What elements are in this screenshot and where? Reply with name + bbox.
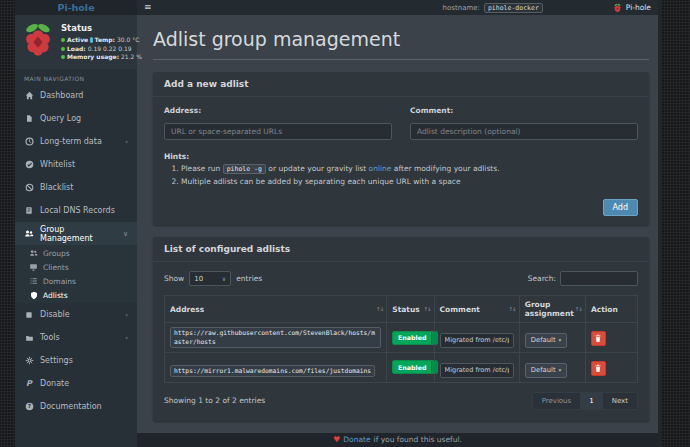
status-panel: Status Active Temp: 30.0 °C Load: 0.19 0… [15,15,137,69]
sidebar-item-label: Group Management [40,225,117,243]
paypal-icon: P [24,379,34,388]
group-assignment-dropdown[interactable]: Default ▾ [525,363,568,378]
column-label: Comment [440,305,480,314]
sidebar-item-label: Query Log [40,114,81,123]
main-content: Adlist group management Add a new adlist… [137,15,658,447]
table-toolbar: Show 10 ∨ entries Search: [164,271,638,286]
column-header-status[interactable]: Status↑↓ [387,296,434,323]
brand-logo-text[interactable]: Pi-hole [15,0,137,15]
column-header-comment[interactable]: Comment↑↓ [434,296,519,323]
top-navbar: Pi-hole ≡ hostname: pihole-docker [15,0,658,15]
chevron-left-icon: ‹ [125,334,128,342]
add-adlist-panel-title: Add a new adlist [153,72,649,97]
entries-select[interactable]: 10 ∨ [189,271,231,286]
status-dot-icon [61,55,65,59]
sidebar-item-local-dns-records[interactable]: Local DNS Records [15,199,137,222]
status-badge: Enabled [393,332,431,344]
toggle-handle [431,332,437,344]
hint-item-2: Multiple adlists can be added by separat… [181,176,638,188]
entries-select-value: 10 [194,275,203,283]
address-input[interactable] [164,123,392,140]
sidebar-item-label: Disable [40,310,70,319]
group-assignment-dropdown[interactable]: Default ▾ [525,333,568,348]
status-toggle[interactable]: Enabled [392,360,438,374]
comment-input[interactable] [410,123,638,140]
hint1-pre: Please run [181,164,223,173]
donate-link[interactable]: Donate [343,435,370,444]
column-header-address[interactable]: Address↑↓ [165,296,387,323]
sidebar-item-whitelist[interactable]: Whitelist [15,153,137,176]
hints-block: Hints: Please run pihole -g or update yo… [164,152,638,187]
column-label: Group assignment [525,300,574,318]
show-label: Show [164,274,184,283]
caret-down-icon: ▾ [559,337,562,343]
column-header-group-assignment[interactable]: Group assignment↑↓ [519,296,585,323]
sidebar-subitem-domains[interactable]: Domains [15,274,137,288]
question-circle-icon: ? [24,402,34,411]
status-line-load: Load: 0.19 0.22 0.19 [61,45,142,54]
sidebar-item-label: Long-term data [40,137,102,146]
sidebar-item-donate[interactable]: P Donate [15,372,137,395]
sidebar-item-settings[interactable]: Settings [15,349,137,372]
toggle-handle [431,361,437,373]
gears-icon [24,356,34,365]
add-button[interactable]: Add [603,199,639,216]
hint1-mid: or update your gravity list [266,164,369,173]
chevron-down-icon: ∨ [123,230,128,238]
sidebar-item-disable[interactable]: Disable ‹ [15,303,137,326]
delete-adlist-button[interactable] [591,361,606,376]
home-icon [24,91,34,100]
sidebar-item-tools[interactable]: Tools ‹ [15,326,137,349]
showing-entries-text: Showing 1 to 2 of 2 entries [164,396,265,405]
hints-title: Hints: [164,152,638,161]
delete-adlist-button[interactable] [591,331,606,346]
file-icon [24,114,34,123]
sidebar-item-label: Tools [40,333,60,342]
stop-icon [24,311,34,319]
row-comment-input[interactable] [440,363,514,378]
load-label: Load: [67,45,86,54]
search-label: Search: [528,274,556,283]
pagination-next[interactable]: Next [603,393,637,409]
hostname-value: pihole-docker [484,3,543,13]
sidebar-item-blacklist[interactable]: Blacklist [15,176,137,199]
title-divider [153,59,649,60]
status-active-label: Active [67,36,88,45]
sidebar-item-long-term-data[interactable]: Long-term data ‹ [15,130,137,153]
sidebar-subitem-clients[interactable]: Clients [15,260,137,274]
pihole-g-code: pihole -g [223,164,266,174]
status-toggle[interactable]: Enabled [392,331,438,345]
status-badge: Enabled [393,361,431,373]
sort-icon: ↑↓ [423,306,430,312]
online-link[interactable]: online [369,164,392,173]
adlist-table-panel-title: List of configured adlists [153,237,649,262]
status-line-memory: Memory usage: 21.2 % [61,53,142,62]
pagination-previous[interactable]: Previous [533,393,581,409]
sidebar-item-label: Local DNS Records [40,206,115,215]
sidebar-item-dashboard[interactable]: Dashboard [15,84,137,107]
comment-label: Comment: [410,106,638,115]
sidebar-item-label: Dashboard [40,91,83,100]
row-comment-input[interactable] [440,333,514,348]
sidebar-item-documentation[interactable]: ? Documentation [15,395,137,418]
pagination-page-1[interactable]: 1 [580,393,602,409]
add-adlist-panel: Add a new adlist Address: Comment: [153,72,649,225]
page-footer: ♥ Donate if you found this useful. [137,433,658,447]
status-title: Status [61,23,142,33]
adlist-table: Address↑↓ Status↑↓ Comment↑↓ Group assig… [164,295,638,383]
status-info: Status Active Temp: 30.0 °C Load: 0.19 0… [61,21,142,63]
sidebar-subitem-adlists[interactable]: Adlists [15,288,137,302]
pagination: Previous 1 Next [532,392,638,410]
footer-text: if you found this useful. [374,435,462,444]
sidebar-item-group-management[interactable]: Group Management ∨ [15,222,137,245]
sort-icon: ↑↓ [376,306,383,312]
hostname-label: hostname: [443,4,480,12]
column-label: Action [591,305,618,314]
sidebar-toggle-button[interactable]: ≡ [144,3,152,12]
sidebar-item-query-log[interactable]: Query Log [15,107,137,130]
status-line-active: Active Temp: 30.0 °C [61,36,142,45]
sidebar-item-label: Documentation [40,402,102,411]
search-input[interactable] [560,271,638,286]
sidebar-subitem-groups[interactable]: Groups [15,246,137,260]
select-caret-icon: ∨ [222,275,226,282]
